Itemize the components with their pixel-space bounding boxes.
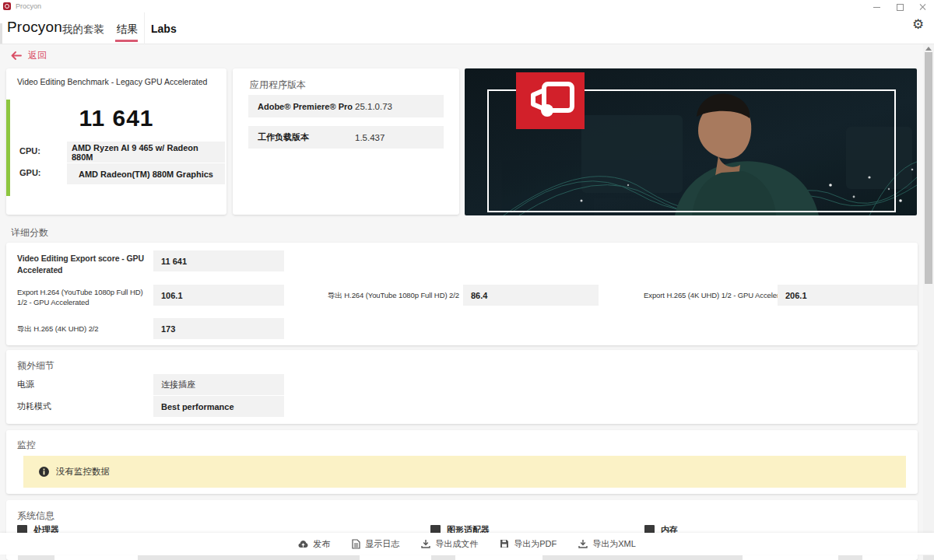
power-source-value: 连接插座 (153, 374, 284, 395)
version-app-label: Adobe® Premiere® Pro (258, 102, 353, 111)
no-monitoring-data-banner: 没有监控数据 (23, 456, 906, 488)
nav-edge-strip (0, 23, 2, 44)
download-icon (421, 539, 430, 548)
h265-2of2-label: 导出 H.265 (4K UHD) 2/2 (17, 324, 161, 334)
tab-labs[interactable]: Labs (151, 23, 177, 35)
tab-my-suites[interactable]: 我的套装 (62, 23, 104, 37)
monitoring-card: 监控 没有监控数据 (6, 430, 918, 494)
version-app-value: 25.1.0.73 (355, 102, 392, 111)
main-nav: Procyon 我的套装 结果 Labs ⚙ (0, 12, 934, 44)
cpu-value: AMD Ryzen AI 9 465 w/ Radeon 880M (67, 142, 225, 163)
nav-divider (144, 12, 145, 44)
version-workload-value: 1.5.437 (355, 133, 384, 142)
banner-text: 没有监控数据 (56, 466, 110, 478)
vertical-scrollbar[interactable] (923, 44, 934, 560)
close-button[interactable] (918, 3, 928, 10)
tab-results-active[interactable]: 结果 (117, 23, 138, 37)
download-icon (578, 539, 588, 548)
procyon-app-window: Procyon Procyon 我的套装 结果 Labs ⚙ 返回 Video … (0, 0, 934, 560)
log-document-icon (352, 539, 360, 549)
version-row: 工作负载版本 1.5.437 (248, 126, 444, 149)
brand-title: Procyon (7, 19, 62, 36)
export-pdf-button[interactable]: 导出为PDF (500, 538, 557, 550)
cloud-upload-icon (298, 540, 308, 548)
extra-details-card: 额外细节 电源 连接插座 功耗模式 Best performance (6, 350, 918, 424)
cpu-label: CPU: (19, 146, 40, 156)
info-icon (39, 467, 49, 477)
h265-1of2-value: 206.1 (778, 285, 918, 306)
footer-action-bar: 发布 显示日志 导出成文件 导出为PDF (0, 533, 934, 555)
h265-2of2-value: 173 (153, 318, 284, 339)
show-log-button[interactable]: 显示日志 (352, 538, 399, 550)
back-link[interactable]: 返回 (11, 49, 47, 62)
export-file-button[interactable]: 导出成文件 (421, 538, 478, 550)
h264-2of2-value: 86.4 (463, 285, 599, 306)
gear-icon[interactable]: ⚙ (912, 18, 924, 31)
h265-1of2-label: Export H.265 (4K UHD) 1/2 - GPU Accelera… (644, 290, 778, 300)
h264-1of2-value: 106.1 (153, 285, 284, 306)
publish-button[interactable]: 发布 (298, 538, 330, 550)
power-mode-value: Best performance (153, 396, 284, 417)
clipped-content (838, 555, 862, 560)
h264-2of2-label: 导出 H.264 (YouTube 1080p Full HD) 2/2 (328, 290, 472, 300)
h264-1of2-label: Export H.264 (YouTube 1080p Full HD) 1/2… (17, 287, 153, 308)
benchmark-score-card: Video Editing Benchmark - Legacy GPU Acc… (6, 68, 226, 215)
clipped-content (542, 555, 743, 560)
overall-score: 11 641 (6, 105, 226, 131)
app-versions-title: 应用程序版本 (250, 79, 306, 92)
benchmark-hero-image (465, 68, 917, 215)
scrollbar-up-arrow-icon[interactable] (925, 47, 932, 51)
back-arrow-icon (11, 51, 22, 60)
video-camera-icon (516, 72, 585, 129)
app-logo-icon (3, 2, 11, 10)
titlebar: Procyon (0, 0, 934, 12)
version-workload-label: 工作负载版本 (258, 131, 309, 143)
clipped-content (138, 555, 360, 560)
gpu-value: AMD Radeon(TM) 880M Graphics (67, 163, 225, 184)
minimize-button[interactable] (873, 3, 882, 10)
version-row: Adobe® Premiere® Pro 25.1.0.73 (248, 95, 444, 117)
detailed-scores-title: 详细分数 (11, 226, 48, 240)
clipped-content (431, 555, 455, 560)
export-score-label: Video Editing Export score - GPU Acceler… (17, 253, 153, 275)
power-source-label: 电源 (17, 379, 34, 390)
extra-details-title: 额外细节 (17, 359, 54, 373)
clipped-content (18, 555, 54, 560)
monitoring-title: 监控 (17, 439, 36, 452)
titlebar-app-name: Procyon (16, 2, 41, 10)
gpu-label: GPU: (19, 168, 41, 177)
save-icon (500, 539, 509, 548)
export-score-value: 11 641 (153, 250, 284, 271)
app-versions-card: 应用程序版本 Adobe® Premiere® Pro 25.1.0.73 工作… (233, 68, 459, 215)
detailed-scores-card: Video Editing Export score - GPU Acceler… (6, 243, 918, 345)
export-xml-button[interactable]: 导出为XML (578, 538, 636, 550)
maximize-button[interactable] (895, 3, 904, 10)
power-mode-label: 功耗模式 (17, 401, 51, 412)
scrollbar-thumb[interactable] (925, 52, 932, 284)
system-info-title: 系统信息 (17, 509, 54, 523)
benchmark-title: Video Editing Benchmark - Legacy GPU Acc… (17, 77, 221, 86)
back-label: 返回 (28, 49, 47, 62)
clipped-scrollbar (923, 555, 934, 560)
